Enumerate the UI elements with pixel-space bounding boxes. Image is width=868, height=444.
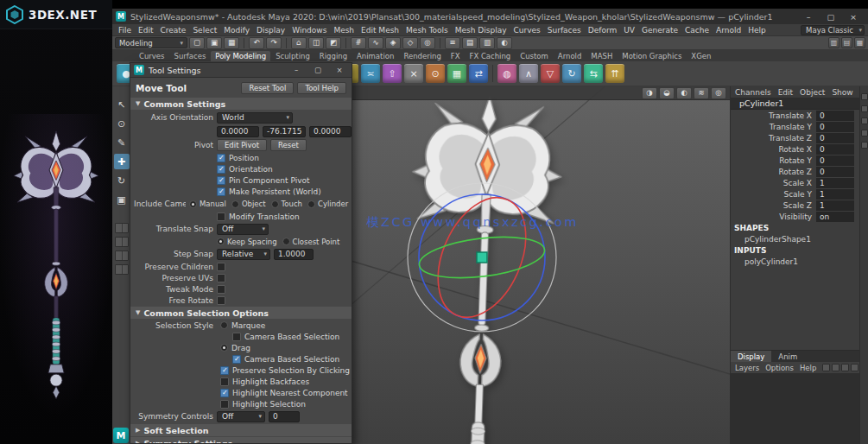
xgen-dock-icon[interactable] <box>861 142 868 149</box>
shelf-tab[interactable]: FX <box>447 51 465 61</box>
checkbox[interactable] <box>217 263 225 271</box>
status-icon[interactable]: ▦ <box>224 37 239 49</box>
menu-item[interactable]: Display <box>253 26 288 35</box>
channel-label[interactable]: Rotate Y <box>731 156 816 165</box>
menu-item[interactable]: Create <box>157 26 190 35</box>
tool-button[interactable]: ✎ <box>114 135 130 150</box>
layout-button[interactable] <box>115 237 129 247</box>
channel-label[interactable]: Rotate X <box>731 145 816 154</box>
tool-button[interactable]: ⊙ <box>114 116 130 131</box>
channel-value-field[interactable]: 0 <box>816 144 854 155</box>
menu-item[interactable]: Generate <box>638 26 681 35</box>
status-icon[interactable]: ▢ <box>189 37 205 49</box>
collapsed-section-header[interactable]: ▶ Soft Selection <box>130 424 352 436</box>
shelf-icon[interactable] <box>492 65 493 82</box>
edit-pivot-button[interactable]: Edit Pivot <box>217 139 267 151</box>
status-icon[interactable]: ◐ <box>497 37 512 49</box>
sidebar-toggle-icon[interactable]: ▦ <box>854 37 865 48</box>
layer-list[interactable] <box>731 373 859 444</box>
menu-item[interactable]: Mesh Tools <box>402 26 452 35</box>
axis-x-field[interactable]: 0.0000 <box>217 126 259 137</box>
radio-icon[interactable] <box>220 344 228 352</box>
axis-z-field[interactable]: 0.0000 <box>309 126 352 137</box>
radio-icon[interactable] <box>220 321 228 329</box>
menu-item[interactable]: Edit <box>135 26 156 35</box>
shape-node-name[interactable]: pCylinderShape1 <box>731 233 859 244</box>
shelf-icon[interactable]: ≍ <box>361 64 380 83</box>
channel-label[interactable]: Translate X <box>731 111 816 120</box>
symmetry-extra-field[interactable]: 0 <box>269 411 300 422</box>
tool-help-button[interactable]: Tool Help <box>297 82 346 94</box>
checkbox[interactable] <box>217 154 225 162</box>
shelf-tab[interactable]: Poly Modeling <box>211 51 270 61</box>
status-icon[interactable]: # <box>351 37 366 49</box>
shelf-icon[interactable]: ∧ <box>519 64 538 83</box>
radio-option[interactable]: Touch <box>271 200 302 208</box>
center-move-handle[interactable] <box>477 252 487 263</box>
checkbox[interactable] <box>217 187 225 196</box>
checkbox[interactable] <box>217 176 225 185</box>
minimize-button[interactable]: – <box>288 63 305 77</box>
menu-set-dropdown[interactable]: Modeling ▾ <box>115 37 187 48</box>
channel-label[interactable]: Rotate Z <box>731 168 816 176</box>
shelf-icon[interactable]: × <box>404 64 423 83</box>
status-icon[interactable]: ◫ <box>308 37 324 49</box>
window-titlebar[interactable]: M StylizedWeaponsmw* - Autodesk Maya 202… <box>112 9 868 24</box>
close-icon[interactable]: × <box>331 63 348 77</box>
checkbox[interactable] <box>220 389 229 397</box>
layer-menu[interactable]: Options <box>765 364 794 372</box>
channel-value-field[interactable]: 0 <box>816 167 854 177</box>
symmetry-dropdown[interactable]: Off <box>217 411 265 422</box>
menu-item[interactable]: Curves <box>510 26 544 35</box>
status-icon[interactable] <box>286 38 287 48</box>
channel-value-field[interactable]: 1 <box>816 189 854 200</box>
section-common-selection-options[interactable]: ▼ Common Selection Options <box>130 307 352 319</box>
checkbox[interactable] <box>220 400 229 409</box>
viewport-toolbar-icon[interactable]: ≋ <box>694 87 709 99</box>
axis-orientation-dropdown[interactable]: World <box>217 112 293 124</box>
shelf-tab[interactable]: XGen <box>687 51 715 61</box>
radio-option[interactable]: Keep Spacing <box>217 238 277 246</box>
channel-value-field[interactable]: 1 <box>816 178 854 188</box>
viewport-toolbar-icon[interactable]: ◐ <box>676 87 692 99</box>
status-icon[interactable]: ▤ <box>462 37 478 49</box>
shelf-tab[interactable]: Sculpting <box>271 51 314 61</box>
shelf-icon[interactable]: ↻ <box>562 64 581 83</box>
shelf-icon[interactable]: ⊙ <box>426 64 445 83</box>
menu-item[interactable]: Mesh <box>330 26 358 35</box>
checkbox[interactable] <box>220 366 229 375</box>
status-icon[interactable]: ≡ <box>445 37 460 49</box>
minimize-button[interactable]: – <box>797 9 820 24</box>
status-icon[interactable]: ▣ <box>206 37 222 49</box>
checkbox[interactable] <box>232 355 241 364</box>
shelf-tab[interactable]: Curves <box>135 51 169 61</box>
radio-option[interactable]: Manual <box>189 200 226 208</box>
move-layer-down-icon[interactable] <box>851 364 858 371</box>
collapsed-section-header[interactable]: ▶ Symmetry Settings <box>130 437 352 443</box>
step-snap-value-field[interactable]: 1.0000 <box>274 249 314 260</box>
status-icon[interactable] <box>440 38 440 48</box>
section-common-settings[interactable]: ▼ Common Settings <box>130 98 352 110</box>
radio-option[interactable]: Cylinder <box>307 200 348 208</box>
shelf-icon[interactable]: ▽ <box>541 64 560 83</box>
menu-item[interactable]: Deform <box>585 26 620 35</box>
reset-pivot-button[interactable]: Reset <box>270 139 307 151</box>
radio-option[interactable]: Closest Point <box>282 238 340 246</box>
status-icon[interactable]: ◩ <box>326 37 341 49</box>
checkbox[interactable] <box>217 296 225 305</box>
tool-button[interactable]: ▣ <box>114 192 130 207</box>
status-icon[interactable]: ◈ <box>385 37 401 49</box>
layout-button[interactable] <box>115 264 129 275</box>
shelf-tab[interactable]: Motion Graphics <box>618 51 686 61</box>
channel-box-dock-icon[interactable] <box>861 117 868 124</box>
channel-value-field[interactable]: 0 <box>816 155 854 166</box>
shelf-tab[interactable]: Animation <box>352 51 398 61</box>
radio-option[interactable]: Object <box>231 200 266 208</box>
move-layer-up-icon[interactable] <box>841 364 849 371</box>
shelf-icon[interactable]: ▦ <box>447 64 466 83</box>
menu-item[interactable]: UV <box>620 26 638 35</box>
tool-button[interactable]: ✚ <box>114 154 130 169</box>
status-icon[interactable]: ◇ <box>402 37 418 49</box>
checkbox[interactable] <box>217 212 225 221</box>
status-icon[interactable]: ∿ <box>368 37 383 49</box>
